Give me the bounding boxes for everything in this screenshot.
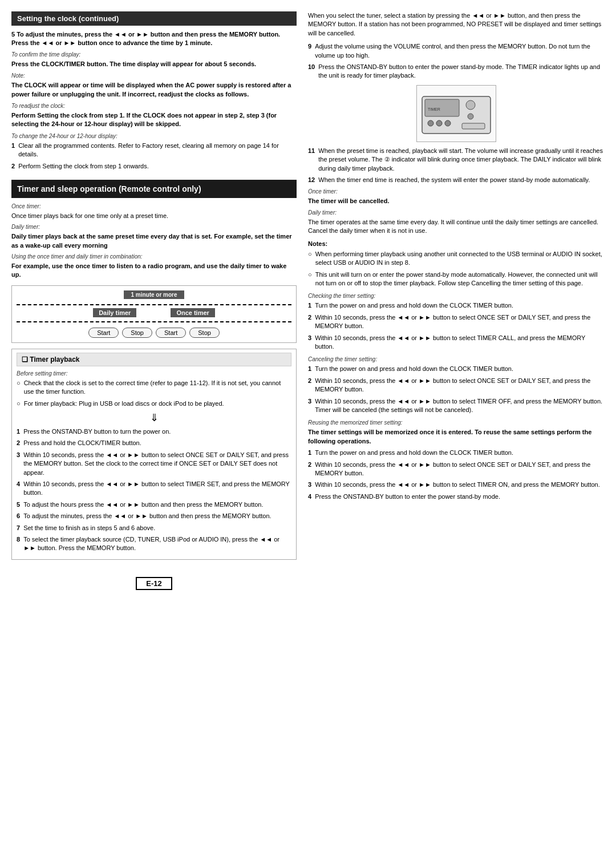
before-item-2: For timer playback: Plug in USB or load … [17,399,291,408]
daily-timer-label: Daily timer [93,308,136,317]
minute-bar-label: 1 minute or more [124,290,184,299]
once-timer-note-label: Once timer: [11,203,297,211]
daily-timer-note-r-label: Daily timer: [308,209,605,217]
before-label: Before setting timer: [17,370,291,378]
change24-label: To change the 24-hour or 12-hour display… [11,132,297,140]
daily-start-btn[interactable]: Start [88,328,119,338]
step-8: 8To select the timer playback source (CD… [17,535,291,553]
step-4: 4Within 10 seconds, press the ◄◄ or ►► b… [17,480,291,498]
dashed-line-bottom [17,321,291,322]
once-timer-note-r-label: Once timer: [308,188,605,196]
timer-labels-row: Daily timer Once timer [17,308,291,317]
playback-steps-list: 1Press the ONSTAND-BY button to turn the… [17,427,291,553]
checking-label: Checking the timer setting: [308,292,605,300]
change24-list: 1Clear all the programmed contents. Refe… [11,142,297,171]
once-start-btn[interactable]: Start [156,328,186,338]
svg-point-7 [445,120,451,126]
right-column: When you select the tuner, select a stat… [308,11,605,590]
timer-playback-section: ❑ Timer playback Before setting timer: C… [11,349,297,560]
once-timer-text: Once timer plays back for one time only … [11,212,297,220]
daily-timer-bold-text: Daily timer plays back at the same prese… [11,233,292,248]
using-bold-text: For example, use the once timer to liste… [11,263,286,278]
readjust-bold: Perform Setting the clock from step 1. I… [11,111,297,129]
timer-playback-header-text: ❑ Timer playback [22,356,80,364]
confirm-bold-text: Press the CLOCK/TIMER button. The time d… [11,60,256,67]
reusing-bold: The timer settings will be memorized onc… [308,428,605,446]
notes-list: When performing timer playback using ano… [308,250,605,288]
note-label: Note: [11,72,297,80]
checking-step-2: 2Within 10 seconds, press the ◄◄ or ►► b… [308,313,605,331]
svg-point-5 [428,120,433,126]
section-header-clock: Setting the clock (continued) [11,11,297,26]
svg-text:TIMER: TIMER [428,107,440,111]
readjust-bold-text: Perform Setting the clock from step 1. I… [11,112,277,127]
right-step-9: 9Adjust the volume using the VOLUME cont… [308,42,605,60]
right-step-11: 11When the preset time is reached, playb… [308,147,605,173]
reusing-step-1: 1Turn the power on and press and hold do… [308,449,605,457]
right-steps-lower: 11When the preset time is reached, playb… [308,147,605,185]
checking-step-3: 3Within 10 seconds, press the ◄◄ or ►► b… [308,334,605,352]
before-items-list: Check that the clock is set to the corre… [17,379,291,408]
reusing-label: Reusing the memorized timer setting: [308,419,605,427]
canceling-step-2: 2Within 10 seconds, press the ◄◄ or ►► b… [308,377,605,394]
note-bold-text: The CLOCK will appear or time will be di… [11,82,291,97]
step-6: 6To adjust the minutes, press the ◄◄ or … [17,512,291,520]
right-step-10: 10Press the ONSTAND-BY button to enter t… [308,63,605,80]
canceling-steps-list: 1Turn the power on and press and hold do… [308,365,605,414]
canceling-step-3: 3Within 10 seconds, press the ◄◄ or ►► b… [308,397,605,415]
checking-steps-list: 1Turn the power on and press and hold do… [308,301,605,351]
section-title-timer: Timer and sleep operation (Remote contro… [17,184,201,193]
reusing-step-2: 2Within 10 seconds, press the ◄◄ or ►► b… [308,461,605,478]
section-header-timer: Timer and sleep operation (Remote contro… [11,180,297,198]
timer-playback-header: ❑ Timer playback [17,353,291,366]
confirm-label: To confirm the time display: [11,51,297,59]
step-1: 1Press the ONSTAND-BY button to turn the… [17,427,291,436]
when-label: When you select the tuner, select a stat… [308,11,605,38]
device-svg: TIMER [419,88,493,139]
right-step-12: 12When the timer end time is reached, th… [308,176,605,184]
reusing-step-3: 3Within 10 seconds, press the ◄◄ or ►► b… [308,480,605,489]
step5-text: To adjust the minutes, press the ◄◄ or ►… [11,31,280,46]
timer-buttons-row: Start Stop Start Stop [88,328,220,338]
step5-label: 5 To adjust the minutes, press the ◄◄ or… [11,30,297,48]
svg-point-3 [468,114,473,119]
timer-diagram: 1 minute or more Daily timer Once timer … [11,285,297,343]
section-title-clock: Setting the clock (continued) [17,14,119,23]
once-timer-label: Once timer [171,308,214,317]
confirm-bold: Press the CLOCK/TIMER button. The time d… [11,60,297,68]
dashed-line-top [17,304,291,305]
reusing-step-4: 4Press the ONSTAND-BY button to enter th… [308,492,605,501]
svg-point-2 [466,100,475,110]
daily-timer-bold: Daily timer plays back at the same prese… [11,232,297,250]
checking-step-1: 1Turn the power on and press and hold do… [308,301,605,310]
step-7: 7Set the time to finish as in steps 5 an… [17,524,291,532]
daily-stop-btn[interactable]: Stop [122,328,152,338]
once-stop-btn[interactable]: Stop [189,328,220,338]
daily-timer-note-r-text: The timer operates at the same time ever… [308,218,605,236]
step-2: 2Press and hold the CLOCK/TIMER button. [17,439,291,447]
change24-item-1: 1Clear all the programmed contents. Refe… [11,142,297,159]
notes-item-2: This unit will turn on or enter the powe… [308,270,605,288]
notes-item-1: When performing timer playback using ano… [308,250,605,268]
notes-label: Notes: [308,240,605,248]
using-bold: For example, use the once timer to liste… [11,262,297,280]
step-5: 5To adjust the hours press the ◄◄ or ►► … [17,500,291,509]
page-number: E-12 [136,577,172,590]
daily-timer-note-label: Daily timer: [11,223,297,231]
using-label: Using the once timer and daily timer in … [11,253,297,261]
right-steps-upper: 9Adjust the volume using the VOLUME cont… [308,42,605,80]
readjust-label: To readjust the clock: [11,102,297,110]
change24-item-2: 2Perform Setting the clock from step 1 o… [11,162,297,171]
once-timer-note-r-text: The timer will be cancelled. [308,197,605,205]
svg-point-6 [436,120,442,126]
canceling-step-1: 1Turn the power on and press and hold do… [308,365,605,373]
step-3: 3Within 10 seconds, press the ◄◄ or ►► b… [17,451,291,477]
canceling-label: Canceling the timer setting: [308,356,605,364]
before-item-1: Check that the clock is set to the corre… [17,379,291,397]
svg-rect-4 [462,123,485,129]
down-arrow-icon: ⇓ [150,412,159,423]
device-image: TIMER [416,85,496,142]
left-column: Setting the clock (continued) 5 To adjus… [11,11,297,590]
reusing-steps-list: 1Turn the power on and press and hold do… [308,449,605,501]
note-bold: The CLOCK will appear or time will be di… [11,81,297,99]
